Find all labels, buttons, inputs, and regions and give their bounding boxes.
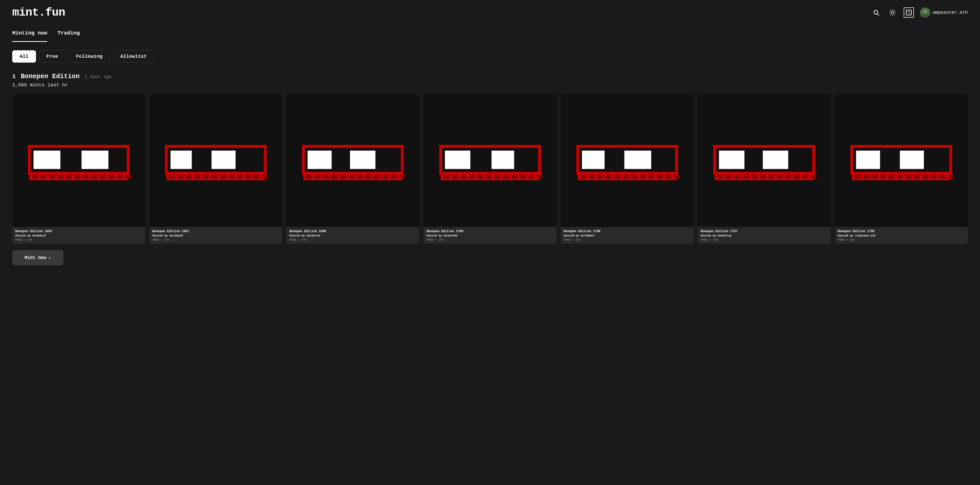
nft-title-1802: Bonepen Edition 1802 — [15, 230, 142, 233]
svg-rect-88 — [503, 175, 508, 179]
svg-rect-134 — [883, 151, 897, 169]
svg-rect-31 — [91, 175, 97, 179]
svg-rect-47 — [203, 175, 209, 179]
svg-rect-143 — [897, 175, 903, 179]
nft-card-1800[interactable]: Bonepen Edition 1800 Minted by 0x21b74e … — [286, 94, 419, 244]
svg-rect-53 — [254, 175, 259, 179]
svg-rect-91 — [528, 175, 534, 179]
nft-minted-by-1798: Minted by 0x7808ef — [564, 234, 690, 237]
svg-rect-41 — [239, 151, 255, 169]
svg-rect-38 — [171, 151, 192, 169]
nft-card-1798[interactable]: Bonepen Edition 1798 Minted by 0x7808ef … — [561, 94, 694, 244]
nft-card-1801[interactable]: Bonepen Edition 1801 Minted by 0x1381df … — [149, 94, 282, 244]
svg-rect-66 — [340, 175, 346, 179]
svg-rect-69 — [366, 175, 371, 179]
svg-rect-60 — [379, 151, 394, 169]
svg-rect-120 — [726, 175, 732, 179]
svg-rect-127 — [785, 175, 791, 179]
svg-rect-115 — [747, 151, 760, 169]
nft-info-1801: Bonepen Edition 1801 Minted by 0x1381df … — [149, 227, 282, 244]
nft-image-1796 — [835, 94, 968, 227]
collection-name[interactable]: Bonepen Edition — [21, 73, 80, 80]
nft-meta-1799: FREE • 14s — [426, 238, 553, 241]
svg-rect-133 — [856, 151, 880, 169]
filter-all[interactable]: All — [12, 50, 36, 62]
svg-rect-16 — [922, 10, 924, 11]
svg-rect-106 — [632, 175, 637, 179]
svg-rect-63 — [315, 175, 320, 179]
nft-image-1798 — [561, 94, 694, 227]
svg-rect-52 — [245, 175, 251, 179]
svg-rect-103 — [606, 175, 611, 179]
svg-rect-82 — [452, 175, 457, 179]
nft-info-1797: Bonepen Edition 1797 Minted by 0x5e27a2 … — [698, 227, 831, 244]
svg-rect-136 — [927, 151, 942, 169]
filter-free[interactable]: Free — [39, 50, 65, 62]
svg-rect-126 — [777, 175, 783, 179]
svg-rect-105 — [623, 175, 628, 179]
collection-header: 1 Bonepen Edition 1 hour ago — [12, 73, 968, 80]
svg-rect-116 — [763, 151, 788, 169]
svg-rect-44 — [178, 175, 183, 179]
svg-rect-33 — [108, 175, 114, 179]
svg-rect-109 — [657, 175, 662, 179]
svg-rect-54 — [262, 175, 268, 179]
svg-rect-128 — [794, 175, 800, 179]
svg-rect-140 — [872, 175, 877, 179]
svg-rect-85 — [477, 175, 483, 179]
nft-card-1797[interactable]: Bonepen Edition 1797 Minted by 0x5e27a2 … — [698, 94, 831, 244]
user-profile[interactable]: wmpeaster.eth — [920, 7, 968, 18]
avatar — [920, 7, 930, 18]
svg-rect-46 — [195, 175, 200, 179]
svg-rect-90 — [520, 175, 525, 179]
svg-rect-35 — [125, 175, 131, 179]
svg-rect-48 — [212, 175, 217, 179]
svg-rect-92 — [537, 175, 542, 179]
svg-rect-83 — [460, 175, 466, 179]
search-icon[interactable] — [871, 7, 881, 18]
help-icon[interactable]: ? — [904, 7, 914, 18]
svg-rect-138 — [855, 175, 860, 179]
svg-rect-20 — [63, 151, 79, 169]
svg-rect-62 — [306, 175, 312, 179]
tab-trading[interactable]: Trading — [57, 25, 80, 42]
svg-rect-108 — [648, 175, 654, 179]
svg-rect-40 — [212, 151, 235, 169]
nft-card-1796[interactable]: Bonepen Edition 1796 Minted by lidachen.… — [835, 94, 968, 244]
svg-rect-129 — [802, 175, 808, 179]
svg-rect-141 — [880, 175, 886, 179]
svg-rect-76 — [445, 151, 470, 169]
nft-minted-by-1797: Minted by 0x5e27a2 — [701, 234, 828, 237]
svg-rect-59 — [350, 151, 375, 169]
svg-line-6 — [894, 14, 895, 15]
header: mint.fun ? — [0, 0, 980, 25]
nft-card-1799[interactable]: Bonepen Edition 1799 Minted by 0x16479d … — [423, 94, 556, 244]
tab-minting-now[interactable]: Minting now — [12, 25, 47, 42]
nft-minted-by-1800: Minted by 0x21b74e — [290, 234, 416, 237]
nav-section: Minting now Trading — [0, 25, 980, 42]
theme-icon[interactable] — [887, 7, 897, 18]
svg-rect-34 — [117, 175, 123, 179]
nft-info-1800: Bonepen Edition 1800 Minted by 0x21b74e … — [286, 227, 419, 244]
filter-allowlist[interactable]: Allowlist — [113, 50, 154, 62]
svg-rect-45 — [186, 175, 192, 179]
svg-rect-110 — [665, 175, 671, 179]
svg-rect-68 — [357, 175, 363, 179]
svg-rect-43 — [169, 175, 175, 179]
svg-rect-50 — [229, 175, 234, 179]
nft-card-1802[interactable]: Bonepen Edition 1802 Minted by 0x40d1af … — [12, 94, 145, 244]
svg-rect-89 — [511, 175, 517, 179]
svg-line-5 — [890, 11, 891, 11]
nft-info-1798: Bonepen Edition 1798 Minted by 0x7808ef … — [561, 227, 694, 244]
nft-title-1796: Bonepen Edition 1796 — [838, 230, 965, 233]
svg-rect-144 — [905, 175, 911, 179]
nav-tabs: Minting now Trading — [12, 25, 968, 42]
mint-now-button[interactable]: Mint now › — [12, 250, 63, 265]
svg-rect-77 — [473, 151, 489, 169]
svg-rect-79 — [517, 151, 531, 169]
logo[interactable]: mint.fun — [12, 6, 65, 19]
svg-rect-24 — [32, 175, 38, 179]
svg-rect-145 — [914, 175, 920, 179]
filter-following[interactable]: Following — [68, 50, 110, 62]
svg-rect-125 — [768, 175, 774, 179]
